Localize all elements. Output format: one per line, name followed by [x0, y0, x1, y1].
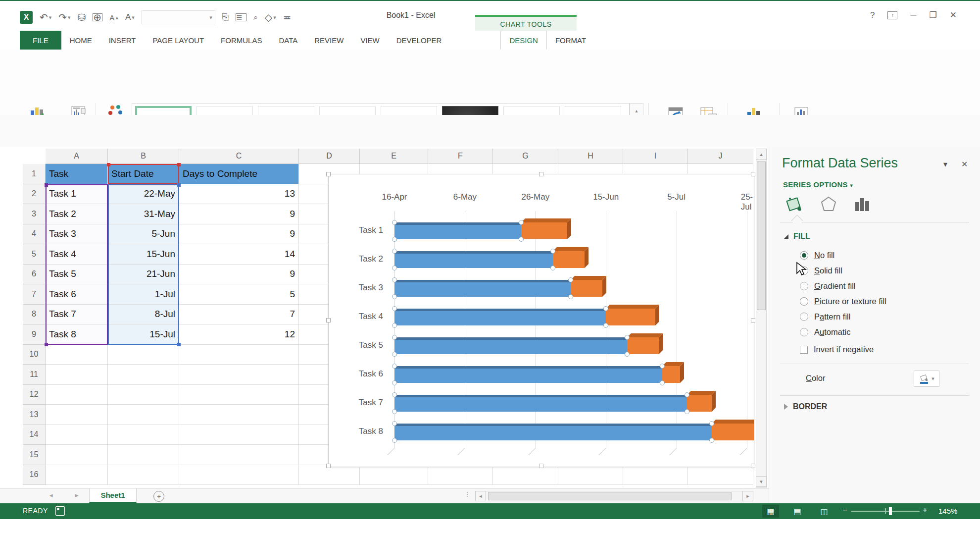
cell-days-to-complete[interactable]: 13: [179, 184, 299, 205]
ribbon-display-options-button[interactable]: ↑: [887, 11, 897, 19]
bar-days-to-complete[interactable]: [687, 395, 712, 412]
grid-cell[interactable]: [46, 445, 108, 465]
shapes-button[interactable]: ◇▾: [265, 11, 276, 23]
column-header-E[interactable]: E: [360, 149, 428, 164]
chart-resize-handle[interactable]: [539, 172, 543, 176]
zoom-in-button[interactable]: +: [923, 506, 927, 515]
series-selection-handle[interactable]: [392, 220, 397, 225]
cell-task-name[interactable]: Task 6: [46, 284, 108, 305]
grid-cell[interactable]: [179, 345, 299, 365]
series-selection-handle[interactable]: [392, 409, 397, 414]
tab-page-layout[interactable]: PAGE LAYOUT: [144, 31, 212, 50]
cell-task-name[interactable]: Task 5: [46, 265, 108, 285]
series-selection-handle[interactable]: [685, 409, 689, 414]
invert-if-negative-checkbox[interactable]: Invert if negative: [800, 345, 874, 354]
cell-start-date[interactable]: 5-Jun: [108, 224, 179, 245]
cell-start-date[interactable]: 22-May: [108, 184, 179, 205]
row-header-15[interactable]: 15: [23, 445, 46, 465]
series-selection-handle[interactable]: [625, 335, 630, 340]
radio-icon[interactable]: [800, 328, 808, 336]
page-break-view-button[interactable]: ◫: [816, 505, 833, 518]
row-header-4[interactable]: 4: [23, 224, 46, 245]
row-header-5[interactable]: 5: [23, 244, 46, 265]
grid-cell[interactable]: [688, 465, 753, 485]
chart-resize-handle[interactable]: [751, 172, 755, 176]
chart-resize-handle[interactable]: [326, 464, 331, 468]
scroll-up-button[interactable]: ▴: [756, 149, 767, 160]
cell-start-date[interactable]: 8-Jul: [108, 305, 179, 325]
border-section-header[interactable]: BORDER: [784, 402, 827, 411]
fill-color-button[interactable]: ▾: [914, 371, 939, 387]
grid-cell[interactable]: [179, 425, 299, 445]
cell-days-to-complete[interactable]: 7: [179, 305, 299, 325]
series-selection-handle[interactable]: [392, 323, 397, 328]
fill-option-no-fill[interactable]: No fill: [800, 251, 834, 260]
grid-cell[interactable]: [46, 425, 108, 445]
chart-resize-handle[interactable]: [326, 318, 331, 322]
tab-view[interactable]: VIEW: [352, 31, 388, 50]
grid-cell[interactable]: [428, 465, 493, 485]
redo-button[interactable]: ↷▾: [58, 11, 70, 23]
series-selection-handle[interactable]: [603, 323, 608, 328]
bar-start-date[interactable]: [394, 222, 521, 239]
chart-resize-handle[interactable]: [751, 464, 755, 468]
undo-button[interactable]: ↶▾: [40, 11, 51, 23]
radio-icon[interactable]: [800, 297, 808, 306]
sheet-nav-right[interactable]: ▸: [75, 491, 79, 499]
cell-task-name[interactable]: Task 2: [46, 204, 108, 224]
bar-days-to-complete[interactable]: [571, 280, 602, 297]
cell-days-to-complete[interactable]: 14: [179, 244, 299, 265]
row-header-1[interactable]: 1: [23, 164, 46, 184]
pane-options-dropdown[interactable]: ▾: [943, 160, 947, 169]
bar-start-date[interactable]: [394, 337, 627, 354]
scroll-left-button[interactable]: ◂: [475, 491, 486, 501]
row-header-7[interactable]: 7: [23, 284, 46, 305]
bar-start-date[interactable]: [394, 395, 687, 412]
bar-start-date[interactable]: [394, 424, 712, 440]
series-selection-handle[interactable]: [392, 294, 397, 299]
zoom-out-button[interactable]: −: [842, 506, 847, 515]
column-header-J[interactable]: J: [688, 149, 753, 164]
row-header-10[interactable]: 10: [23, 345, 46, 365]
bar-days-to-complete[interactable]: [606, 309, 655, 325]
minimize-button[interactable]: ─: [910, 10, 916, 20]
qat-combobox[interactable]: ▾: [142, 10, 215, 24]
column-header-D[interactable]: D: [299, 149, 360, 164]
tab-review[interactable]: REVIEW: [306, 31, 352, 50]
gantt-chart[interactable]: 16-Apr6-May26-May15-Jun5-Jul25-JulTask 1…: [328, 174, 754, 467]
bar-start-date[interactable]: [394, 280, 571, 297]
checkbox-icon[interactable]: [800, 346, 808, 354]
series-selection-handle[interactable]: [709, 421, 714, 426]
bar-start-date[interactable]: [394, 251, 553, 268]
series-selection-handle[interactable]: [660, 380, 665, 385]
clipboard-icon[interactable]: ⎘: [222, 12, 229, 22]
bar-start-date[interactable]: [394, 309, 606, 325]
row-header-6[interactable]: 6: [23, 265, 46, 285]
fill-option-gradient-fill[interactable]: Gradient fill: [800, 281, 855, 291]
cell-days-to-complete[interactable]: 9: [179, 265, 299, 285]
grid-cell[interactable]: [493, 465, 558, 485]
series-selection-handle[interactable]: [392, 438, 397, 443]
series-selection-handle[interactable]: [550, 266, 555, 270]
series-selection-handle[interactable]: [568, 294, 573, 299]
bar-start-date[interactable]: [394, 366, 662, 383]
radio-icon[interactable]: [800, 282, 808, 290]
grid-cell[interactable]: [360, 465, 428, 485]
grid-cell[interactable]: [108, 425, 179, 445]
series-selection-handle[interactable]: [392, 266, 397, 270]
cell-start-date[interactable]: 21-Jun: [108, 265, 179, 285]
series-selection-handle[interactable]: [392, 392, 397, 397]
cell-days-to-complete[interactable]: 5: [179, 284, 299, 305]
header-cell-start-date[interactable]: Start Date: [108, 164, 179, 184]
cell-task-name[interactable]: Task 8: [46, 324, 108, 345]
row-header-9[interactable]: 9: [23, 324, 46, 345]
tab-file[interactable]: FILE: [20, 31, 61, 50]
series-selection-handle[interactable]: [392, 335, 397, 340]
column-header-G[interactable]: G: [493, 149, 558, 164]
grid-cell[interactable]: [179, 385, 299, 405]
cell-start-date[interactable]: 15-Jun: [108, 244, 179, 265]
radio-icon[interactable]: [800, 313, 808, 321]
fill-option-pattern-fill[interactable]: Pattern fill: [800, 312, 850, 321]
grid-cell[interactable]: [108, 405, 179, 425]
tab-developer[interactable]: DEVELOPER: [388, 31, 450, 50]
